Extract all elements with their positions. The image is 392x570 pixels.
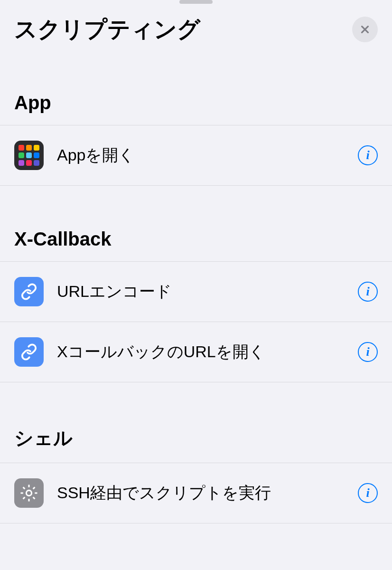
info-icon: i xyxy=(366,285,369,299)
close-button[interactable] xyxy=(352,17,378,42)
info-icon: i xyxy=(366,486,369,500)
action-run-script-ssh[interactable]: SSH経由でスクリプトを実行 i xyxy=(0,463,392,523)
action-open-app[interactable]: Appを開く i xyxy=(0,125,392,186)
info-icon: i xyxy=(366,148,369,162)
info-icon: i xyxy=(366,345,369,359)
section-shell: シェル SSH経由でスクリプトを実行 i xyxy=(0,425,392,523)
close-icon xyxy=(360,24,370,35)
svg-point-2 xyxy=(26,490,31,495)
info-button[interactable]: i xyxy=(358,342,378,362)
list-group: Appを開く i xyxy=(0,125,392,186)
action-label: XコールバックのURLを開く xyxy=(57,341,358,363)
app-grid-icon xyxy=(14,141,44,170)
section-x-callback: X-Callback URLエンコード i xyxy=(0,228,392,382)
sheet-grabber[interactable] xyxy=(179,0,213,4)
action-label: Appを開く xyxy=(57,144,358,166)
section-title: App xyxy=(0,92,392,125)
info-button[interactable]: i xyxy=(358,483,378,503)
link-icon xyxy=(14,277,44,306)
info-button[interactable]: i xyxy=(358,282,378,302)
section-title: シェル xyxy=(0,425,392,463)
page-title: スクリプティング xyxy=(14,14,200,45)
action-open-x-callback-url[interactable]: XコールバックのURLを開く i xyxy=(0,322,392,382)
action-sheet: スクリプティング App Appを開く i xyxy=(0,0,392,570)
info-button[interactable]: i xyxy=(358,145,378,165)
link-icon xyxy=(14,337,44,367)
section-app: App Appを開く i xyxy=(0,92,392,186)
gear-icon xyxy=(14,478,44,508)
action-url-encode[interactable]: URLエンコード i xyxy=(0,261,392,322)
action-label: SSH経由でスクリプトを実行 xyxy=(57,482,358,504)
list-group: URLエンコード i XコールバックのURLを開く i xyxy=(0,261,392,382)
action-label: URLエンコード xyxy=(57,281,358,303)
section-title: X-Callback xyxy=(0,228,392,261)
list-group: SSH経由でスクリプトを実行 i xyxy=(0,463,392,523)
header: スクリプティング xyxy=(0,0,392,49)
